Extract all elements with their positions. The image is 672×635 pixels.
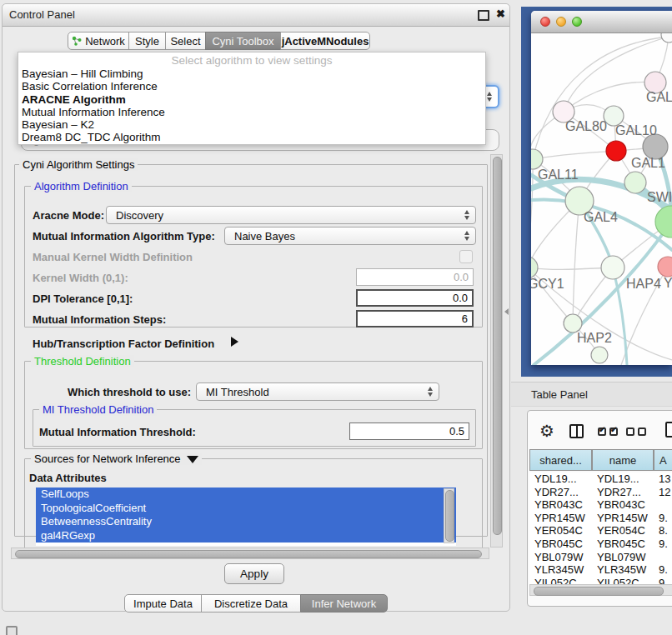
cell-value: 9.	[654, 577, 672, 584]
node-top-partial[interactable]	[661, 33, 672, 42]
deselect-all-columns-icon[interactable]	[626, 428, 646, 436]
table-row[interactable]: YPR145W YPR145W 9.	[529, 512, 672, 525]
minimized-panel-icon[interactable]	[6, 626, 18, 635]
kernel-width-label: Kernel Width (0,1):	[33, 272, 128, 284]
cell-name: YLR345W	[592, 563, 654, 577]
algorithm-option[interactable]: Mutual Information Inference	[18, 106, 485, 118]
which-threshold-select[interactable]: MI Threshold	[196, 382, 439, 401]
hub-expander-arrow-icon[interactable]	[231, 337, 238, 347]
table-window: ⚙ ✔✔ shared... name A	[527, 410, 672, 607]
table-row[interactable]: YDR27... YDR27... 12	[529, 486, 672, 499]
settings-horizontal-scrollbar[interactable]	[11, 548, 489, 559]
sources-collapse-arrow-icon[interactable]	[187, 456, 198, 463]
column-header-label: shared...	[539, 454, 582, 467]
algorithm-option[interactable]: Bayesian – K2	[18, 118, 485, 131]
tab-cyni-toolbox[interactable]: Cyni Toolbox	[205, 32, 281, 50]
column-header-name[interactable]: name	[592, 449, 654, 471]
attribute-item-selected[interactable]: gal4RGexp	[36, 529, 456, 543]
cell-value	[654, 551, 672, 564]
node-gcy1[interactable]	[531, 257, 538, 278]
select-all-columns-icon[interactable]: ✔✔	[598, 428, 618, 436]
tab-discretize-data[interactable]: Discretize Data	[201, 594, 301, 612]
mi-steps-input[interactable]: 6	[356, 310, 474, 328]
zoom-traffic-light-icon[interactable]	[572, 17, 582, 27]
close-traffic-light-icon[interactable]	[540, 17, 550, 27]
attributes-scrollbar-thumb[interactable]	[445, 490, 454, 542]
network-canvas[interactable]: GAL7 GAL80 GAL10 GAL1 GAL11 GAL4 SWI4 GC…	[531, 33, 672, 365]
network-view-panel: GAL7 GAL80 GAL10 GAL1 GAL11 GAL4 SWI4 GC…	[521, 7, 672, 377]
settings-vertical-scrollbar[interactable]	[490, 154, 503, 548]
control-panel-titlebar[interactable]: Control Panel ✖	[3, 4, 509, 27]
screen: Control Panel ✖ Network Style	[0, 0, 672, 635]
cell-shared-name: YDR27...	[529, 486, 592, 499]
tab-discretize-label: Discretize Data	[214, 598, 288, 610]
algorithm-option[interactable]: Basic Correlation Inference	[18, 80, 485, 92]
manual-kernel-checkbox[interactable]	[459, 250, 473, 263]
node-hap4[interactable]	[601, 256, 624, 279]
bottom-tabs: Impute Data Discretize Data Infer Networ…	[124, 594, 388, 612]
table-row[interactable]: YLR345W YLR345W 9.	[529, 563, 672, 577]
node-gal1[interactable]	[624, 172, 646, 193]
tab-select[interactable]: Select	[165, 32, 206, 50]
table-row[interactable]: YER054C YER054C 8.	[529, 524, 672, 538]
kernel-width-input[interactable]: 0.0	[356, 268, 474, 286]
label-gal11: GAL11	[538, 168, 579, 182]
gear-icon[interactable]: ⚙	[539, 421, 554, 441]
column-header-shared-name[interactable]: shared...	[529, 449, 592, 471]
table-row[interactable]: YBL079W YBL079W	[529, 551, 672, 564]
aracne-mode-value: Discovery	[116, 209, 163, 222]
minimize-traffic-light-icon[interactable]	[556, 17, 566, 27]
tab-impute-data[interactable]: Impute Data	[124, 594, 202, 612]
node-bottom-partial[interactable]	[591, 347, 608, 363]
algorithm-option[interactable]: Bayesian – Hill Climbing	[18, 68, 485, 80]
network-window-titlebar[interactable]	[531, 11, 672, 33]
node-hap2[interactable]	[564, 314, 582, 332]
algorithm-option[interactable]: Dream8 DC_TDC Algorithm	[18, 131, 485, 143]
split-columns-icon[interactable]	[569, 424, 584, 438]
dpi-tolerance-input[interactable]: 0.0	[356, 289, 474, 307]
algorithm-option[interactable]: ARACNE Algorithm	[18, 93, 485, 106]
splitter-handle[interactable]	[504, 308, 509, 315]
cell-value: 13	[654, 472, 672, 486]
mi-threshold-input[interactable]: 0.5	[349, 422, 469, 440]
cell-shared-name: YLR345W	[529, 563, 592, 577]
apply-button[interactable]: Apply	[224, 563, 284, 584]
label-gal10: GAL10	[615, 123, 657, 138]
node-left-mid[interactable]	[531, 149, 543, 169]
node-big-green[interactable]	[655, 206, 672, 238]
tab-jactivemnodules[interactable]: jActiveMNodules	[280, 32, 370, 50]
node-red-selected[interactable]	[606, 141, 626, 161]
tab-style[interactable]: Style	[128, 32, 166, 50]
aracne-mode-select[interactable]: Discovery	[106, 206, 476, 224]
cell-name: YIL052C	[592, 577, 654, 584]
export-table-icon[interactable]	[665, 422, 672, 438]
table-row[interactable]: YIL052C YIL052C 9.	[529, 577, 672, 584]
table-row[interactable]: YDL19... YDL19... 13	[529, 472, 672, 486]
tab-infer-network[interactable]: Infer Network	[300, 594, 388, 612]
tab-network-label: Network	[85, 35, 125, 48]
close-icon[interactable]: ✖	[496, 8, 505, 20]
sources-title: Sources for Network Inference	[34, 452, 181, 465]
settings-vertical-thumb[interactable]	[493, 157, 502, 535]
column-header-partial[interactable]: A	[654, 449, 672, 471]
cell-shared-name: YIL052C	[529, 577, 592, 584]
control-panel-window: Control Panel ✖ Network Style	[2, 3, 510, 612]
attribute-item-selected[interactable]: SelfLoops	[36, 488, 456, 502]
table-horizontal-thumb[interactable]	[534, 587, 664, 596]
node-pink-right[interactable]	[658, 257, 672, 277]
which-threshold-value: MI Threshold	[206, 386, 269, 398]
data-attributes-list: SelfLoops TopologicalCoefficient Between…	[36, 488, 456, 546]
attributes-scrollbar[interactable]	[444, 488, 454, 543]
table-row[interactable]: YBR045C YBR045C 9.	[529, 538, 672, 551]
table-horizontal-scrollbar[interactable]	[529, 584, 672, 596]
combo-stepper-icon	[428, 387, 433, 397]
float-window-icon[interactable]	[478, 10, 489, 21]
attribute-item-selected[interactable]: BetweennessCentrality	[36, 515, 456, 529]
table-row[interactable]: YBR043C YBR043C	[529, 498, 672, 512]
mi-threshold-label: Mutual Information Threshold:	[39, 426, 196, 438]
tab-network[interactable]: Network	[68, 32, 129, 50]
mi-type-select[interactable]: Naive Bayes	[224, 227, 476, 245]
settings-horizontal-thumb[interactable]	[15, 550, 482, 558]
aracne-mode-label: Aracne Mode:	[33, 209, 104, 222]
attribute-item-selected[interactable]: TopologicalCoefficient	[36, 502, 456, 516]
